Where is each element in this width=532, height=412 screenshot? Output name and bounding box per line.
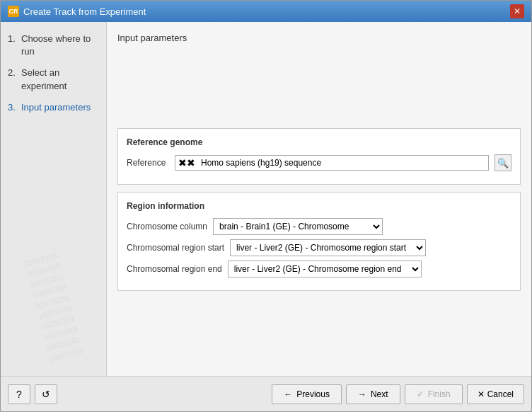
cancel-button[interactable]: ✕ Cancel (467, 384, 524, 404)
next-label: Next (371, 389, 388, 399)
dialog-title: Create Track from Experiment (23, 6, 146, 17)
chromosome-start-select[interactable]: brain - Brain1 (GE) - Chromosome region … (230, 239, 426, 256)
previous-button[interactable]: ← Previous (272, 384, 342, 404)
content-area: 1. Choose where to run 2. Select an expe… (1, 22, 531, 376)
sidebar-item-3-label: Input parameters (21, 101, 91, 114)
dialog-window: CR Create Track from Experiment ✕ 1. Cho… (0, 0, 532, 412)
sidebar-item-2-number: 2. (8, 67, 18, 79)
chromosome-end-row: Chromosomal region end brain - Brain1 (G… (127, 261, 511, 277)
main-panel: Input parameters Reference genome Refere… (107, 22, 531, 376)
finish-check-icon: ✓ (417, 389, 424, 399)
reference-field-row: Reference ✖✖ 🔍 (127, 154, 511, 171)
region-info-label: Region information (127, 201, 511, 211)
reference-genome-section: Reference genome Reference ✖✖ 🔍 (117, 128, 521, 185)
bottom-left-actions: ? ↺ (8, 384, 57, 404)
previous-label: Previous (296, 389, 330, 399)
sidebar-item-3-number: 3. (8, 101, 18, 114)
browse-button[interactable]: 🔍 (495, 154, 511, 171)
chromosome-column-select[interactable]: brain - Brain1 (GE) - Chromosome liver -… (213, 218, 383, 235)
reference-field-wrapper: ✖✖ (175, 155, 489, 171)
chromosome-start-row: Chromosomal region start brain - Brain1 … (127, 239, 511, 256)
sidebar-item-3: 3. Input parameters (8, 101, 99, 114)
close-button[interactable]: ✕ (510, 4, 524, 18)
help-button[interactable]: ? (8, 384, 30, 404)
chromosome-start-label: Chromosomal region start (127, 243, 224, 253)
finish-button[interactable]: ✓ Finish (405, 384, 463, 404)
next-button[interactable]: → Next (346, 384, 400, 404)
sidebar-watermark: 0101010110101010010101011010101001010101… (23, 250, 84, 364)
chromosome-end-select[interactable]: brain - Brain1 (GE) - Chromosome region … (228, 261, 422, 277)
reference-input[interactable] (198, 156, 488, 170)
sidebar-item-1: 1. Choose where to run (8, 33, 99, 58)
chromosome-column-label: Chromosome column (127, 222, 207, 231)
sidebar-item-1-number: 1. (8, 33, 18, 45)
cancel-x-icon: ✕ (478, 389, 485, 399)
bottom-bar: ? ↺ ← Previous → Next ✓ Finish ✕ Cancel (1, 376, 531, 411)
chromosome-end-label: Chromosomal region end (127, 264, 222, 274)
region-info-section: Region information Chromosome column bra… (117, 192, 521, 291)
app-icon: CR (8, 6, 19, 17)
reference-field-label: Reference (127, 158, 169, 168)
reference-type-icon: ✖✖ (175, 156, 198, 170)
reference-genome-label: Reference genome (127, 137, 511, 147)
sidebar: 1. Choose where to run 2. Select an expe… (1, 22, 107, 376)
refresh-button[interactable]: ↺ (35, 384, 57, 404)
chromosome-column-row: Chromosome column brain - Brain1 (GE) - … (127, 218, 511, 235)
sidebar-item-2-label: Select an experiment (21, 67, 99, 92)
title-bar: CR Create Track from Experiment ✕ (1, 1, 531, 22)
sidebar-item-2: 2. Select an experiment (8, 67, 99, 92)
section-header: Input parameters (117, 33, 521, 43)
sidebar-item-1-label: Choose where to run (21, 33, 99, 58)
title-bar-left: CR Create Track from Experiment (8, 6, 146, 17)
next-arrow-icon: → (358, 389, 366, 399)
previous-arrow-icon: ← (284, 389, 292, 399)
finish-label: Finish (428, 389, 451, 399)
cancel-label: Cancel (487, 389, 514, 399)
bottom-right-actions: ← Previous → Next ✓ Finish ✕ Cancel (272, 384, 524, 404)
